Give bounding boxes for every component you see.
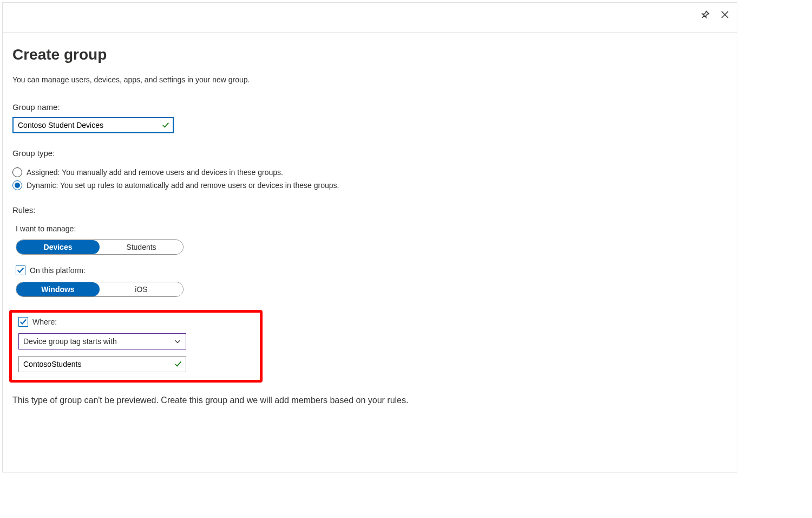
radio-assigned-label: Assigned: You manually add and remove us… bbox=[27, 168, 283, 177]
platform-option-ios[interactable]: iOS bbox=[100, 282, 183, 296]
platform-option-windows[interactable]: Windows bbox=[16, 282, 100, 296]
manage-option-devices[interactable]: Devices bbox=[16, 240, 100, 254]
where-condition-value: Device group tag starts with bbox=[23, 337, 117, 346]
manage-option-students[interactable]: Students bbox=[100, 240, 183, 254]
pin-button[interactable] bbox=[698, 7, 713, 22]
panel-content: Create group You can manage users, devic… bbox=[3, 3, 737, 415]
platform-checkbox-row[interactable]: On this platform: bbox=[16, 266, 727, 275]
platform-toggle: Windows iOS bbox=[16, 282, 184, 297]
where-checkbox bbox=[18, 317, 28, 327]
rules-label: Rules: bbox=[12, 205, 727, 215]
chevron-down-icon bbox=[174, 338, 181, 345]
where-checkbox-row[interactable]: Where: bbox=[18, 317, 253, 327]
group-type-radio-group: Assigned: You manually add and remove us… bbox=[12, 167, 727, 190]
radio-dynamic[interactable]: Dynamic: You set up rules to automatical… bbox=[12, 180, 727, 190]
platform-label: On this platform: bbox=[30, 266, 86, 275]
create-group-panel: Create group You can manage users, devic… bbox=[2, 2, 737, 472]
pin-icon bbox=[701, 10, 710, 19]
radio-icon bbox=[12, 180, 22, 190]
group-name-input[interactable] bbox=[12, 117, 174, 133]
radio-dynamic-label: Dynamic: You set up rules to automatical… bbox=[27, 181, 339, 190]
close-button[interactable] bbox=[717, 7, 732, 22]
group-name-label: Group name: bbox=[12, 102, 727, 112]
page-title: Create group bbox=[12, 46, 727, 63]
where-value-input[interactable] bbox=[18, 356, 186, 372]
where-value-input-wrap bbox=[18, 356, 186, 372]
where-label: Where: bbox=[32, 318, 57, 326]
checkmark-icon bbox=[17, 267, 24, 274]
group-name-input-wrap bbox=[12, 117, 174, 133]
radio-assigned[interactable]: Assigned: You manually add and remove us… bbox=[12, 167, 727, 177]
panel-header-actions bbox=[698, 7, 732, 22]
where-condition-dropdown[interactable]: Device group tag starts with bbox=[18, 333, 186, 349]
header-divider bbox=[3, 32, 737, 33]
checkmark-icon bbox=[19, 318, 27, 326]
group-type-label: Group type: bbox=[12, 148, 727, 158]
checkmark-icon bbox=[162, 121, 169, 129]
rules-section: I want to manage: Devices Students On th… bbox=[12, 224, 727, 383]
where-highlight: Where: Device group tag starts with bbox=[9, 310, 263, 383]
footer-message: This type of group can't be previewed. C… bbox=[12, 396, 727, 405]
manage-toggle: Devices Students bbox=[16, 239, 184, 255]
checkmark-icon bbox=[174, 360, 182, 368]
page-subtitle: You can manage users, devices, apps, and… bbox=[12, 75, 727, 84]
platform-checkbox bbox=[16, 266, 25, 275]
radio-dot-icon bbox=[15, 183, 20, 188]
manage-label: I want to manage: bbox=[16, 224, 727, 233]
close-icon bbox=[721, 10, 729, 19]
radio-icon bbox=[12, 167, 22, 177]
